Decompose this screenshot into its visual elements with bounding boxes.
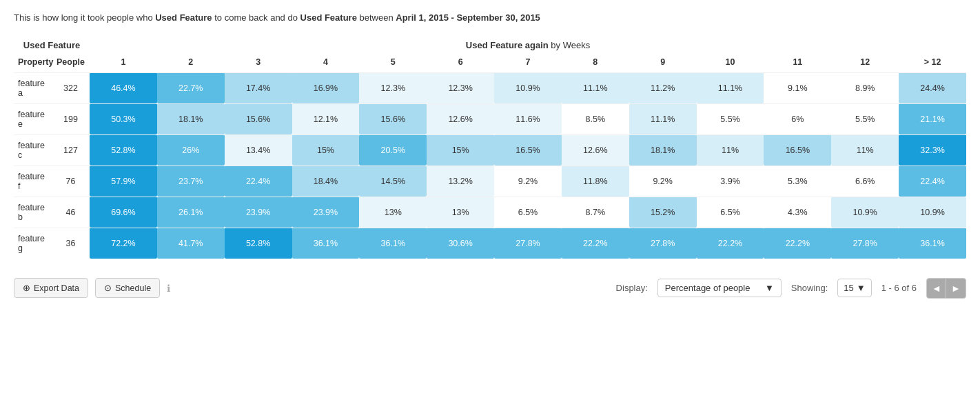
display-label: Display: [616, 283, 648, 293]
data-cell: 12.6% [562, 134, 629, 166]
info-icon[interactable]: ℹ [167, 283, 170, 294]
used-feature-header: Used Feature [14, 37, 90, 52]
data-cell: 52.8% [90, 134, 157, 166]
data-cell: 11.2% [629, 72, 697, 103]
feature-name-cell: feature b [14, 197, 52, 228]
feature-name-cell: feature e [14, 103, 52, 134]
export-icon: ⊕ [23, 283, 30, 293]
data-cell: 20.5% [359, 134, 427, 166]
data-cell: 8.7% [562, 197, 629, 228]
feature-name-cell: feature f [14, 166, 52, 197]
data-cell: 10.9% [494, 72, 562, 103]
data-cell: 14.5% [359, 166, 427, 197]
data-cell: 26% [157, 134, 225, 166]
pagination-controls: ◄ ► [926, 278, 966, 299]
display-value: Percentage of people [665, 283, 751, 293]
table-body: feature a32246.4%22.7%17.4%16.9%12.3%12.… [14, 72, 966, 259]
data-cell: 21.1% [899, 103, 966, 134]
data-cell: 18.4% [292, 166, 360, 197]
people-count-cell: 36 [52, 228, 90, 259]
data-cell: 23.9% [225, 197, 292, 228]
data-cell: 16.5% [494, 134, 562, 166]
data-cell: 22.2% [764, 228, 831, 259]
data-cell: 15.2% [629, 197, 697, 228]
export-data-button[interactable]: ⊕ Export Data [14, 278, 88, 298]
data-cell: 24.4% [899, 72, 966, 103]
data-cell: 22.2% [697, 228, 764, 259]
week-7-header: 7 [494, 52, 562, 73]
data-cell: 22.2% [562, 228, 629, 259]
table-row: feature b4669.6%26.1%23.9%23.9%13%13%6.5… [14, 197, 966, 228]
column-headers-row: Property People 1 2 3 4 5 6 7 8 9 10 11 … [14, 52, 966, 73]
data-cell: 36.1% [359, 228, 427, 259]
display-select[interactable]: Percentage of people ▼ [657, 279, 782, 297]
week-2-header: 2 [157, 52, 225, 73]
data-cell: 15.6% [359, 103, 427, 134]
data-cell: 9.2% [629, 166, 697, 197]
next-page-button[interactable]: ► [946, 278, 966, 299]
data-cell: 12.6% [427, 103, 494, 134]
data-cell: 11% [831, 134, 899, 166]
showing-select[interactable]: 15 ▼ [837, 279, 871, 297]
people-count-cell: 76 [52, 166, 90, 197]
data-cell: 11.1% [697, 72, 764, 103]
data-cell: 8.5% [562, 103, 629, 134]
data-cell: 36.1% [292, 228, 360, 259]
data-cell: 41.7% [157, 228, 225, 259]
schedule-button[interactable]: ⊙ Schedule [95, 278, 160, 298]
data-cell: 22.4% [899, 166, 966, 197]
data-cell: 16.9% [292, 72, 360, 103]
data-cell: 22.4% [225, 166, 292, 197]
week-10-header: 10 [697, 52, 764, 73]
data-cell: 5.3% [764, 166, 831, 197]
data-cell: 27.8% [629, 228, 697, 259]
data-cell: 11.1% [562, 72, 629, 103]
week-5-header: 5 [359, 52, 427, 73]
table-row: feature a32246.4%22.7%17.4%16.9%12.3%12.… [14, 72, 966, 103]
data-cell: 11.1% [629, 103, 697, 134]
data-cell: 57.9% [90, 166, 157, 197]
data-cell: 16.5% [764, 134, 831, 166]
data-cell: 5.5% [697, 103, 764, 134]
data-cell: 36.1% [899, 228, 966, 259]
week-gt12-header: > 12 [899, 52, 966, 73]
people-count-cell: 127 [52, 134, 90, 166]
week-8-header: 8 [562, 52, 629, 73]
week-6-header: 6 [427, 52, 494, 73]
data-cell: 50.3% [90, 103, 157, 134]
data-cell: 3.9% [697, 166, 764, 197]
page-info: 1 - 6 of 6 [881, 283, 917, 293]
data-cell: 11.8% [562, 166, 629, 197]
data-cell: 17.4% [225, 72, 292, 103]
people-count-cell: 199 [52, 103, 90, 134]
data-cell: 9.1% [764, 72, 831, 103]
data-cell: 6.6% [831, 166, 899, 197]
week-3-header: 3 [225, 52, 292, 73]
dropdown-arrow-icon: ▼ [765, 283, 774, 293]
data-cell: 6.5% [697, 197, 764, 228]
schedule-icon: ⊙ [104, 283, 112, 293]
description: This is how long it took people who Used… [14, 11, 966, 25]
data-cell: 52.8% [225, 228, 292, 259]
data-cell: 10.9% [831, 197, 899, 228]
data-cell: 6.5% [494, 197, 562, 228]
prev-page-button[interactable]: ◄ [926, 278, 947, 299]
data-cell: 4.3% [764, 197, 831, 228]
data-cell: 23.7% [157, 166, 225, 197]
week-12-header: 12 [831, 52, 899, 73]
data-cell: 11% [697, 134, 764, 166]
table-row: feature e19950.3%18.1%15.6%12.1%15.6%12.… [14, 103, 966, 134]
data-cell: 8.9% [831, 72, 899, 103]
data-cell: 27.8% [831, 228, 899, 259]
data-cell: 18.1% [157, 103, 225, 134]
retention-table-container: Used Feature Used Feature again by Weeks… [14, 37, 966, 259]
table-row: feature f7657.9%23.7%22.4%18.4%14.5%13.2… [14, 166, 966, 197]
week-1-header: 1 [90, 52, 157, 73]
data-cell: 30.6% [427, 228, 494, 259]
data-cell: 18.1% [629, 134, 697, 166]
data-cell: 13.4% [225, 134, 292, 166]
data-cell: 13.2% [427, 166, 494, 197]
people-count-cell: 46 [52, 197, 90, 228]
data-cell: 15% [427, 134, 494, 166]
showing-label: Showing: [791, 283, 828, 293]
